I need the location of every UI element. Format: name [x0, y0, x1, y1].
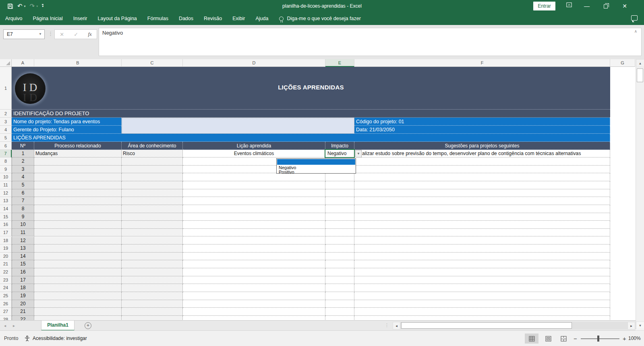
scroll-up-icon[interactable]: ▲	[636, 59, 644, 67]
empty-cell[interactable]	[34, 300, 122, 308]
data-validation-dropdown-button[interactable]: ▼	[355, 150, 362, 157]
name-box[interactable]: E7 ▼	[3, 29, 45, 39]
collapse-formula-bar-icon[interactable]: ∧	[634, 29, 637, 33]
row-number-cell[interactable]: 9	[12, 213, 34, 221]
empty-cell[interactable]	[183, 213, 325, 221]
row-header-28[interactable]: 28	[0, 316, 12, 320]
empty-cell[interactable]	[325, 300, 354, 308]
header-sugestoes[interactable]: Sugestões para projetos seguintes	[354, 142, 610, 150]
row-number-cell[interactable]: 4	[12, 173, 34, 181]
empty-cell[interactable]	[122, 300, 183, 308]
project-name-cell[interactable]: Nome do projeto: Tendas para eventos	[12, 118, 122, 126]
cell-b7[interactable]: Mudanças	[34, 150, 122, 157]
empty-cell[interactable]	[34, 253, 122, 261]
empty-cell[interactable]	[34, 316, 122, 320]
empty-cell[interactable]	[34, 284, 122, 292]
tab-dados[interactable]: Dados	[174, 12, 199, 25]
empty-cell[interactable]	[122, 284, 183, 292]
formula-bar-splitter[interactable]: ⋮	[48, 31, 53, 37]
empty-cell[interactable]	[183, 197, 325, 205]
zoom-level[interactable]: 100%	[628, 331, 641, 346]
empty-cell[interactable]	[354, 268, 610, 276]
column-header-f[interactable]: F	[354, 59, 610, 67]
empty-cell[interactable]	[34, 292, 122, 300]
empty-cell[interactable]	[122, 157, 183, 166]
empty-cell[interactable]	[354, 237, 610, 245]
row-number-cell[interactable]: 7	[12, 197, 34, 205]
empty-cell[interactable]	[183, 260, 325, 268]
empty-cell[interactable]	[122, 197, 183, 205]
lessons-section-header[interactable]: LIÇÕES APRENDIDAS	[12, 134, 610, 142]
row-number-cell[interactable]: 22	[12, 316, 34, 320]
name-box-dropdown-icon[interactable]: ▼	[39, 30, 42, 39]
row-number-cell[interactable]: 18	[12, 284, 34, 292]
sheet-tab-planilha1[interactable]: Planilha1	[41, 321, 75, 331]
row-header-21[interactable]: 21	[0, 260, 12, 268]
row-header-3[interactable]: 3	[0, 118, 12, 126]
row-number-cell[interactable]: 2	[12, 157, 34, 166]
row-number-cell[interactable]: 6	[12, 189, 34, 197]
row-header-25[interactable]: 25	[0, 292, 12, 300]
empty-cell[interactable]	[325, 181, 354, 189]
row-number-cell[interactable]: 12	[12, 237, 34, 245]
ribbon-display-options-icon[interactable]	[562, 0, 576, 12]
zoom-slider[interactable]	[581, 338, 619, 339]
empty-cell[interactable]	[354, 205, 610, 213]
empty-cell[interactable]	[354, 284, 610, 292]
empty-cell[interactable]	[122, 244, 183, 253]
empty-cell[interactable]	[34, 157, 122, 166]
horizontal-scrollbar[interactable]	[400, 322, 627, 329]
empty-cell[interactable]	[325, 213, 354, 221]
header-numero[interactable]: Nº	[12, 142, 34, 150]
row-header-17[interactable]: 17	[0, 229, 12, 237]
empty-cell[interactable]	[183, 284, 325, 292]
scroll-left-icon[interactable]: ◂	[393, 322, 400, 329]
empty-cell[interactable]	[325, 173, 354, 181]
row-header-7[interactable]: 7	[0, 150, 12, 157]
empty-cell[interactable]	[183, 308, 325, 316]
row-header-9[interactable]: 9	[0, 166, 12, 174]
empty-cell[interactable]	[183, 253, 325, 261]
dropdown-blank-option[interactable]	[277, 159, 355, 165]
tab-exibir[interactable]: Exibir	[227, 12, 250, 25]
empty-cell[interactable]	[122, 268, 183, 276]
empty-cell[interactable]	[122, 221, 183, 229]
empty-cell[interactable]	[122, 292, 183, 300]
row-header-11[interactable]: 11	[0, 181, 12, 189]
identification-section-header[interactable]: IDENTIFICAÇÃO DO PROJETO	[12, 110, 610, 118]
empty-cell[interactable]	[122, 276, 183, 284]
row-header-8[interactable]: 8	[0, 157, 12, 166]
empty-cell[interactable]	[354, 189, 610, 197]
empty-cell[interactable]	[354, 221, 610, 229]
row-number-cell[interactable]: 16	[12, 268, 34, 276]
cell-d7[interactable]: Eventos climáticos	[183, 150, 325, 157]
header-impacto[interactable]: Impacto	[325, 142, 354, 150]
header-area[interactable]: Área de conhecimento	[122, 142, 183, 150]
sign-in-button[interactable]: Entrar	[533, 2, 555, 10]
hscroll-splitter[interactable]: ⋮	[385, 323, 389, 328]
empty-cell[interactable]	[183, 229, 325, 237]
minimize-button[interactable]: —	[580, 0, 594, 12]
empty-cell[interactable]	[354, 260, 610, 268]
empty-cell[interactable]	[354, 292, 610, 300]
enter-icon[interactable]: ✓	[74, 31, 78, 37]
empty-cell[interactable]	[354, 166, 610, 174]
empty-cell[interactable]	[325, 205, 354, 213]
column-header-a[interactable]: A	[12, 59, 34, 67]
sheet-nav-left-icon[interactable]: ◂	[4, 321, 6, 331]
empty-cell[interactable]	[34, 260, 122, 268]
column-header-b[interactable]: B	[34, 59, 122, 67]
empty-cell[interactable]	[325, 276, 354, 284]
sheet-nav-right-icon[interactable]: ▸	[13, 321, 15, 331]
row-header-26[interactable]: 26	[0, 300, 12, 308]
tab-formulas[interactable]: Fórmulas	[142, 12, 174, 25]
scroll-right-icon[interactable]: ▸	[627, 322, 635, 329]
empty-cell[interactable]	[122, 253, 183, 261]
empty-cell[interactable]	[34, 237, 122, 245]
row-number-cell[interactable]: 10	[12, 221, 34, 229]
empty-cell[interactable]	[122, 316, 183, 320]
empty-cell[interactable]	[34, 205, 122, 213]
empty-cell[interactable]	[34, 308, 122, 316]
empty-cell[interactable]	[183, 237, 325, 245]
page-break-view-button[interactable]	[557, 334, 570, 344]
